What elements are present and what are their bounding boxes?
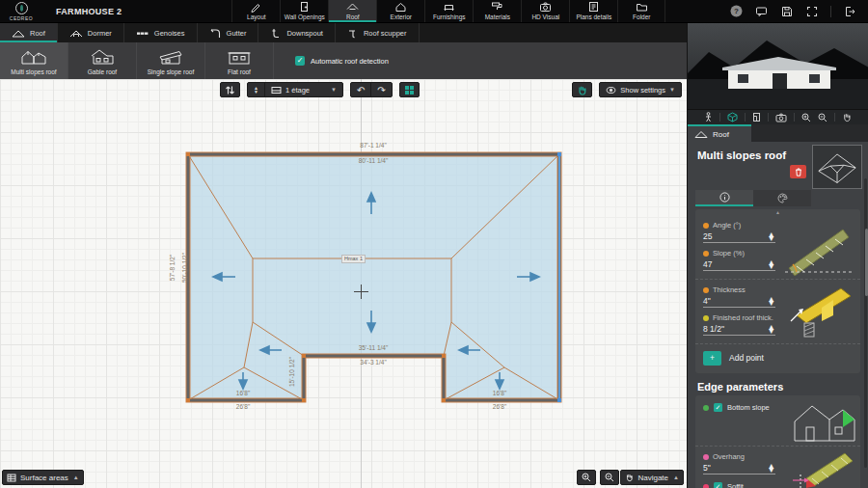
- info-icon: [719, 192, 730, 203]
- pencil-icon: [250, 2, 262, 13]
- zoom-in-button[interactable]: [577, 470, 596, 485]
- slope-stepper[interactable]: ▲▼: [768, 260, 775, 269]
- thickness-value[interactable]: 4": [703, 296, 711, 306]
- tab-folder[interactable]: Folder: [617, 0, 665, 22]
- tab-materials[interactable]: Materials: [473, 0, 521, 22]
- dimension-top-outer: 87'-1 1/4": [325, 142, 421, 149]
- floor-plan-view-icon[interactable]: [752, 109, 761, 126]
- tab-exterior[interactable]: Exterior: [376, 0, 424, 22]
- roof-section-illustration: [783, 283, 856, 339]
- canvas-toolbar: ▲▼ 1 étage ▼ ↶ ↷: [220, 82, 420, 97]
- automatic-roof-detection[interactable]: ✓ Automatic roof detection: [295, 42, 389, 79]
- delete-roof-button[interactable]: [790, 165, 806, 178]
- roof-type-gable[interactable]: Gable roof: [68, 42, 137, 79]
- navigate-button[interactable]: Navigate ▲: [620, 470, 684, 485]
- slope-field[interactable]: Slope (%) 47▲▼: [703, 243, 775, 271]
- checkbox-checked-icon[interactable]: ✓: [714, 403, 722, 412]
- angle-value[interactable]: 25: [703, 231, 712, 241]
- help-icon[interactable]: ?: [730, 5, 743, 17]
- finished-thickness-field[interactable]: Finished roof thick. 8 1/2"▲▼: [703, 308, 775, 336]
- tab-wall-openings[interactable]: Wall Openings: [280, 0, 328, 22]
- tool-genoises[interactable]: Genoises: [124, 23, 198, 42]
- thickness-group: Thickness 4"▲▼ Finished roof thick. 8 1/…: [703, 280, 853, 339]
- zoom-in-icon[interactable]: [801, 109, 811, 126]
- pan-icon[interactable]: [842, 109, 852, 126]
- swap-view-button[interactable]: [220, 82, 240, 97]
- downspout-icon: [270, 28, 282, 39]
- exit-icon[interactable]: [844, 5, 856, 17]
- tool-roof-scupper[interactable]: Roof scupper: [336, 23, 420, 42]
- undo-button[interactable]: ↶: [351, 83, 370, 96]
- gutter-icon: [209, 28, 222, 39]
- floor-plan-canvas[interactable]: 87'-1 1/4" 80'-11 1/4" 57'-8 1/2" 50'-10…: [0, 79, 687, 488]
- zoom-out-button[interactable]: [600, 470, 619, 485]
- panel-scrollbar-track[interactable]: [864, 178, 867, 468]
- finished-thickness-stepper[interactable]: ▲▼: [768, 325, 775, 334]
- parameters-card: ▲ Angle (°) 25▲▼ Slope (%) 47▲▼: [695, 209, 860, 373]
- floor-stepper-arrows-icon[interactable]: ▲▼: [254, 86, 258, 94]
- zoom-in-icon: [582, 473, 591, 482]
- measure-hand-button[interactable]: [572, 82, 592, 97]
- angle-stepper[interactable]: ▲▼: [768, 232, 775, 241]
- show-settings-dropdown[interactable]: Show settings ▼: [599, 82, 682, 97]
- slope-value[interactable]: 47: [703, 259, 712, 269]
- tool-downspout[interactable]: Downspout: [258, 23, 336, 42]
- roof-type-flat[interactable]: Flat roof: [205, 42, 274, 79]
- tab-roof[interactable]: Roof: [328, 0, 376, 22]
- soffit-row[interactable]: ✓ Soffit: [703, 474, 775, 488]
- comment-icon[interactable]: [755, 5, 768, 17]
- dimension-top-inner: 80'-11 1/4": [325, 157, 421, 164]
- tab-parameters[interactable]: [695, 190, 753, 206]
- add-point-button[interactable]: + Add point: [703, 346, 853, 369]
- orange-dot-icon: [703, 287, 709, 293]
- angle-field[interactable]: Angle (°) 25▲▼: [703, 215, 775, 243]
- bottom-slope-group: ✓ Bottom slope: [703, 395, 853, 442]
- overhang-value[interactable]: 5": [703, 463, 711, 473]
- orange-dot-icon: [703, 223, 709, 229]
- checkbox-checked-icon[interactable]: ✓: [714, 482, 722, 488]
- overhang-stepper[interactable]: ▲▼: [768, 464, 775, 473]
- top-actions: ?: [730, 0, 868, 22]
- floor-stepper[interactable]: ▲▼: [248, 83, 264, 96]
- hand-icon: [577, 85, 587, 95]
- snapshot-icon[interactable]: [775, 109, 787, 126]
- save-icon[interactable]: [780, 5, 793, 17]
- walk-view-icon[interactable]: [704, 109, 713, 126]
- overhang-field[interactable]: Overhang 5"▲▼: [703, 447, 775, 474]
- 3d-preview[interactable]: [688, 23, 868, 109]
- cedreo-logo[interactable]: CEDREO: [0, 0, 42, 22]
- tab-layout[interactable]: Layout: [231, 0, 280, 22]
- finished-thickness-value[interactable]: 8 1/2": [703, 324, 724, 334]
- bottom-slope-row[interactable]: ✓ Bottom slope: [703, 395, 775, 412]
- roof-plan-drawing[interactable]: [0, 79, 687, 488]
- floor-icon: [271, 86, 282, 95]
- roof-type-multi-slopes[interactable]: Multi slopes roof: [0, 42, 68, 79]
- tool-dormer[interactable]: Dormer: [58, 23, 124, 42]
- surface-areas-button[interactable]: Surface areas ▲: [2, 470, 84, 485]
- roof-tools-ribbon: Roof Dormer Genoises Gutter Downspout Ro…: [0, 23, 687, 42]
- redo-button[interactable]: ↷: [370, 83, 391, 96]
- tool-roof[interactable]: Roof: [0, 23, 58, 42]
- tab-plans-details[interactable]: Plans details: [569, 0, 617, 22]
- zoom-out-icon[interactable]: [818, 109, 827, 126]
- green-dot-icon: [703, 405, 709, 411]
- roof-thumbnail[interactable]: [812, 145, 862, 189]
- floor-dropdown[interactable]: 1 étage ▼: [264, 83, 342, 96]
- center-view-icon[interactable]: [805, 5, 818, 17]
- add-point-icon[interactable]: +: [703, 351, 721, 366]
- tab-materials-palette[interactable]: [753, 190, 811, 206]
- tab-furnishings[interactable]: Furnishings: [424, 0, 473, 22]
- dimension-wing-right: 16'8": [451, 390, 548, 396]
- layers-button[interactable]: [399, 82, 420, 97]
- tab-hd-visual[interactable]: HD Visual: [521, 0, 569, 22]
- checkbox-checked-icon[interactable]: ✓: [295, 56, 305, 66]
- tool-gutter[interactable]: Gutter: [198, 23, 259, 42]
- thickness-field[interactable]: Thickness 4"▲▼: [703, 280, 775, 308]
- roof-type-single-slope[interactable]: Single slope roof: [137, 42, 205, 79]
- brand-name: CEDREO: [10, 15, 33, 21]
- undo-redo-group: ↶ ↷: [350, 82, 393, 97]
- slope-illustration: [783, 218, 856, 276]
- aerial-view-icon[interactable]: [727, 109, 738, 126]
- panel-tab-roof[interactable]: Roof: [688, 124, 751, 142]
- thickness-stepper[interactable]: ▲▼: [768, 297, 775, 306]
